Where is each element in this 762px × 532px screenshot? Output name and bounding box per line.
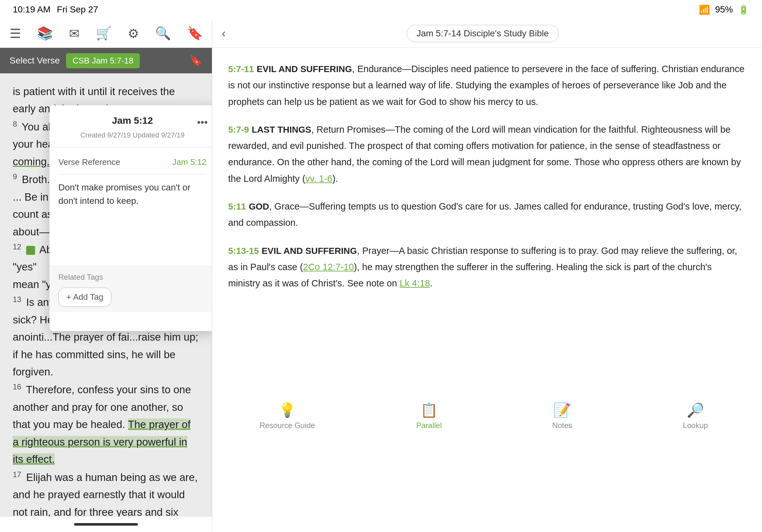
note-bottom-spacer xyxy=(49,312,212,331)
left-bottom-nav xyxy=(0,517,212,532)
verse-reference[interactable]: CSB Jam 5:7-18 xyxy=(66,53,140,68)
inline-link-vv16[interactable]: vv. 1-6 xyxy=(305,173,333,184)
note-popup-body: Verse Reference Jam 5:12 Don't make prom… xyxy=(49,151,212,246)
main-area: ☰ 📚 ✉ 🛒 ⚙ 🔍 🔖 Select Verse CSB Jam 5:7-1… xyxy=(0,19,762,532)
add-tag-button[interactable]: + Add Tag xyxy=(58,288,112,307)
nav-item-parallel[interactable]: 📋 Parallel xyxy=(410,402,448,430)
note-verse-ref-row: Verse Reference Jam 5:12 xyxy=(58,156,206,169)
note-verse-ref-label: Verse Reference xyxy=(58,156,120,169)
note-verse-ref-value: Jam 5:12 xyxy=(172,156,206,169)
study-section-3: 5:13-15 Evil and Suffering, Prayer—A bas… xyxy=(228,242,746,292)
right-panel: ‹ Jam 5:7-14 Disciple's Study Bible 5:7-… xyxy=(212,19,762,532)
library-icon[interactable]: 📚 xyxy=(37,26,53,41)
right-study-content: 5:7-11 Evil and Suffering, Endurance—Dis… xyxy=(212,48,762,298)
inline-link-lk[interactable]: Lk 4:18 xyxy=(400,278,430,288)
right-panel-title: Jam 5:7-14 Disciple's Study Bible xyxy=(407,25,559,42)
select-verse-label[interactable]: Select Verse xyxy=(10,55,60,66)
inline-link-2co[interactable]: 2Co 12:7-10 xyxy=(303,262,354,272)
status-bar-right: 📶 95% 🔋 xyxy=(699,4,749,15)
verse-bar: Select Verse CSB Jam 5:7-18 🔖 xyxy=(0,48,212,73)
study-heading-1: Last Things xyxy=(252,125,311,135)
resource-guide-icon: 💡 xyxy=(278,402,296,419)
note-related-tags: Related Tags + Add Tag xyxy=(49,266,212,312)
right-bottom-nav: 💡 Resource Guide 📋 Parallel 📝 Notes 🔎 Lo… xyxy=(212,298,762,532)
study-section-0: 5:7-11 Evil and Suffering, Endurance—Dis… xyxy=(228,61,746,110)
study-section-2: 5:11 God, Grace—Suffering tempts us to q… xyxy=(228,198,746,231)
status-bar-left: 10:19 AM Fri Sep 27 xyxy=(13,4,98,15)
status-date: Fri Sep 27 xyxy=(57,4,98,15)
status-bar: 10:19 AM Fri Sep 27 📶 95% 🔋 xyxy=(0,0,762,19)
notes-icon: 📝 xyxy=(553,402,571,419)
notes-label: Notes xyxy=(552,421,572,430)
back-button[interactable]: ‹ xyxy=(222,27,226,40)
parallel-label: Parallel xyxy=(416,421,442,430)
note-popup-header: Jam 5:12 Created 9/27/19 Updated 9/27/19… xyxy=(49,105,212,144)
resource-guide-label: Resource Guide xyxy=(260,421,315,430)
nav-item-resource-guide[interactable]: 💡 Resource Guide xyxy=(260,402,315,430)
study-ref-2: 5:11 xyxy=(228,202,246,212)
status-time: 10:19 AM xyxy=(13,4,50,15)
study-heading-3: Evil and Suffering xyxy=(262,246,357,256)
note-divider-top xyxy=(49,147,212,147)
settings-icon[interactable]: ⚙ xyxy=(128,26,139,41)
note-text-area[interactable]: Don't make promises you can't or don't i… xyxy=(58,178,206,241)
cart-icon[interactable]: 🛒 xyxy=(96,26,112,41)
note-text-spacer xyxy=(49,246,212,266)
note-popup-menu-icon[interactable]: ••• xyxy=(197,114,208,130)
ribbon-icon[interactable]: 🔖 xyxy=(187,26,203,41)
right-toolbar: ‹ Jam 5:7-14 Disciple's Study Bible xyxy=(212,19,762,48)
lookup-icon: 🔎 xyxy=(687,402,704,419)
search-icon[interactable]: 🔍 xyxy=(155,26,171,41)
bookmark-icon[interactable]: ✉ xyxy=(69,26,80,41)
note-popup: Jam 5:12 Created 9/27/19 Updated 9/27/19… xyxy=(49,105,212,331)
study-ref-0: 5:7-11 xyxy=(228,64,254,74)
left-toolbar: ☰ 📚 ✉ 🛒 ⚙ 🔍 🔖 xyxy=(0,19,212,48)
scroll-indicator xyxy=(74,523,138,526)
study-ref-3: 5:13-15 xyxy=(228,246,259,256)
study-heading-2: God xyxy=(249,202,269,212)
nav-item-lookup[interactable]: 🔎 Lookup xyxy=(676,402,715,430)
left-panel: ☰ 📚 ✉ 🛒 ⚙ 🔍 🔖 Select Verse CSB Jam 5:7-1… xyxy=(0,19,212,532)
study-ref-1: 5:7-9 xyxy=(228,125,249,135)
verse-bar-action-icon[interactable]: 🔖 xyxy=(190,54,202,67)
note-popup-title: Jam 5:12 xyxy=(58,113,206,128)
wifi-icon: 📶 xyxy=(699,4,710,15)
study-heading-0: Evil and Suffering xyxy=(257,64,352,74)
toolbar-icons: ☰ 📚 ✉ 🛒 ⚙ 🔍 🔖 xyxy=(10,26,203,41)
study-body-2: Grace—Suffering tempts us to question Go… xyxy=(228,201,741,228)
battery-text: 95% xyxy=(715,4,733,15)
menu-icon[interactable]: ☰ xyxy=(10,26,21,41)
parallel-icon: 📋 xyxy=(420,402,438,419)
left-bible-content: is patient with it until it receives the… xyxy=(0,73,212,517)
battery-icon: 🔋 xyxy=(738,4,749,15)
study-section-1: 5:7-9 Last Things, Return Promises—The c… xyxy=(228,121,746,187)
nav-item-notes[interactable]: 📝 Notes xyxy=(543,402,581,430)
note-tags-label: Related Tags xyxy=(58,271,206,283)
lookup-label: Lookup xyxy=(683,421,708,430)
note-divider-mid xyxy=(58,174,206,174)
note-popup-date: Created 9/27/19 Updated 9/27/19 xyxy=(58,129,206,141)
